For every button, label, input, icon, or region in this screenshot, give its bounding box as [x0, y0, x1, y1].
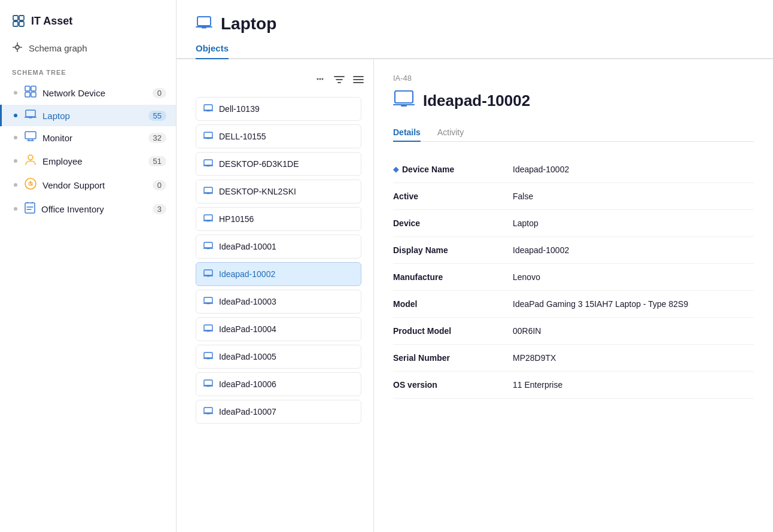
field-value-os-version: 11 Enterprise [513, 380, 754, 390]
list-item-label: DESKTOP-KNL2SKI [219, 187, 296, 196]
field-key-manufacture: Manufacture [393, 272, 513, 282]
svg-rect-54 [207, 414, 210, 414]
svg-rect-49 [204, 352, 212, 358]
svg-rect-21 [202, 27, 206, 29]
tab-objects[interactable]: Objects [196, 38, 229, 59]
list-item-icon [203, 104, 213, 114]
svg-rect-44 [207, 276, 210, 276]
app-icon [12, 14, 25, 28]
monitor-label: Monitor [42, 133, 72, 143]
content-row: Dell-10139 DELL-10155 DESKTOP-6D3K1DE [176, 59, 773, 532]
laptop-count: 55 [148, 111, 166, 121]
network-device-icon [25, 86, 36, 100]
svg-rect-11 [25, 92, 30, 97]
sidebar: IT Asset Schema graph SCHEMA TREE [0, 0, 176, 532]
tree-dot [14, 91, 17, 95]
detail-panel: IA-48 Ideapad-10002 Details Activity [374, 59, 773, 532]
field-key-serial-number: Serial Number [393, 353, 513, 363]
list-item[interactable]: IdeaPad-10001 [196, 235, 361, 259]
list-item[interactable]: HP10156 [196, 207, 361, 231]
svg-rect-13 [26, 110, 35, 117]
detail-header-icon [393, 90, 415, 112]
list-item-icon [203, 186, 213, 197]
vendor-support-count: 0 [153, 180, 166, 190]
svg-rect-37 [204, 187, 212, 193]
network-device-count: 0 [153, 88, 166, 98]
list-item[interactable]: DESKTOP-6D3K1DE [196, 152, 361, 176]
list-item-label: DESKTOP-6D3K1DE [219, 159, 299, 169]
list-item[interactable]: DESKTOP-KNL2SKI [196, 180, 361, 203]
monitor-icon [25, 131, 36, 144]
field-value-manufacture: Lenovo [513, 272, 754, 282]
svg-rect-20 [197, 17, 211, 26]
list-item-selected[interactable]: Ideapad-10002 [196, 262, 361, 286]
tree-dot [14, 136, 17, 139]
list-item-label: IdeaPad-10007 [219, 407, 276, 417]
detail-row-active: Active False [393, 183, 754, 210]
svg-rect-48 [207, 331, 210, 332]
schema-graph-link[interactable]: Schema graph [0, 37, 176, 59]
svg-rect-50 [207, 358, 210, 359]
list-item-label: IdeaPad-10004 [219, 324, 276, 334]
vendor-support-label: Vendor Support [42, 180, 105, 190]
svg-rect-55 [395, 91, 413, 103]
detail-header: Ideapad-10002 [393, 90, 754, 112]
field-key-model: Model [393, 299, 513, 309]
list-item[interactable]: IdeaPad-10007 [196, 400, 361, 424]
list-item[interactable]: IdeaPad-10003 [196, 290, 361, 314]
svg-rect-51 [204, 380, 212, 385]
sidebar-item-employee[interactable]: Employee 51 [0, 149, 176, 173]
field-key-device: Device [393, 218, 513, 228]
sidebar-item-monitor[interactable]: Monitor 32 [0, 126, 176, 149]
svg-rect-40 [207, 221, 210, 221]
vendor-icon [25, 178, 36, 192]
list-item-icon [203, 159, 213, 169]
page-header-icon [196, 15, 212, 34]
detail-fields: ◆ Device Name Ideapad-10002 Active False… [393, 156, 754, 399]
svg-rect-2 [13, 22, 18, 26]
schema-tree-label: SCHEMA TREE [0, 59, 176, 81]
svg-rect-36 [207, 166, 210, 166]
list-item[interactable]: DELL-10155 [196, 124, 361, 148]
field-key-display-name: Display Name [393, 245, 513, 255]
laptop-label: Laptop [42, 111, 70, 121]
list-item[interactable]: IdeaPad-10005 [196, 345, 361, 369]
sidebar-item-vendor-support[interactable]: Vendor Support 0 [0, 173, 176, 197]
toolbar-dots-icon[interactable] [315, 74, 325, 87]
svg-rect-35 [204, 160, 212, 165]
svg-rect-39 [204, 215, 212, 220]
sidebar-item-laptop[interactable]: Laptop 55 [0, 105, 176, 126]
employee-count: 51 [148, 156, 166, 166]
field-key-device-name: ◆ Device Name [393, 165, 513, 174]
svg-rect-53 [204, 408, 212, 413]
toolbar-filter-icon[interactable] [334, 74, 345, 87]
app-title: IT Asset [31, 15, 72, 28]
svg-rect-41 [204, 242, 212, 248]
list-item[interactable]: IdeaPad-10004 [196, 317, 361, 341]
svg-rect-42 [207, 248, 210, 249]
svg-rect-46 [207, 303, 210, 304]
tree-dot [14, 114, 17, 117]
list-item-icon [203, 131, 213, 142]
svg-point-23 [319, 78, 321, 80]
list-item-icon [203, 296, 213, 307]
employee-label: Employee [42, 156, 83, 166]
detail-row-serial-number: Serial Number MP28D9TX [393, 345, 754, 372]
toolbar-menu-icon[interactable] [353, 74, 364, 87]
sidebar-item-office-inventory[interactable]: Office Inventory 3 [0, 197, 176, 221]
svg-point-22 [317, 78, 319, 80]
sidebar-item-network-device[interactable]: Network Device 0 [0, 81, 176, 105]
svg-rect-34 [207, 138, 210, 139]
object-list-panel: Dell-10139 DELL-10155 DESKTOP-6D3K1DE [176, 59, 374, 532]
detail-tab-details[interactable]: Details [393, 124, 421, 142]
svg-rect-3 [19, 22, 24, 26]
detail-tab-activity[interactable]: Activity [437, 124, 464, 142]
list-item[interactable]: IdeaPad-10006 [196, 372, 361, 396]
list-item[interactable]: Dell-10139 [196, 97, 361, 121]
svg-rect-10 [31, 86, 36, 91]
list-item-icon [203, 351, 213, 362]
list-item-icon [203, 241, 213, 252]
list-item-label: IdeaPad-10006 [219, 379, 276, 389]
svg-rect-12 [31, 92, 36, 97]
office-inventory-count: 3 [153, 204, 166, 214]
